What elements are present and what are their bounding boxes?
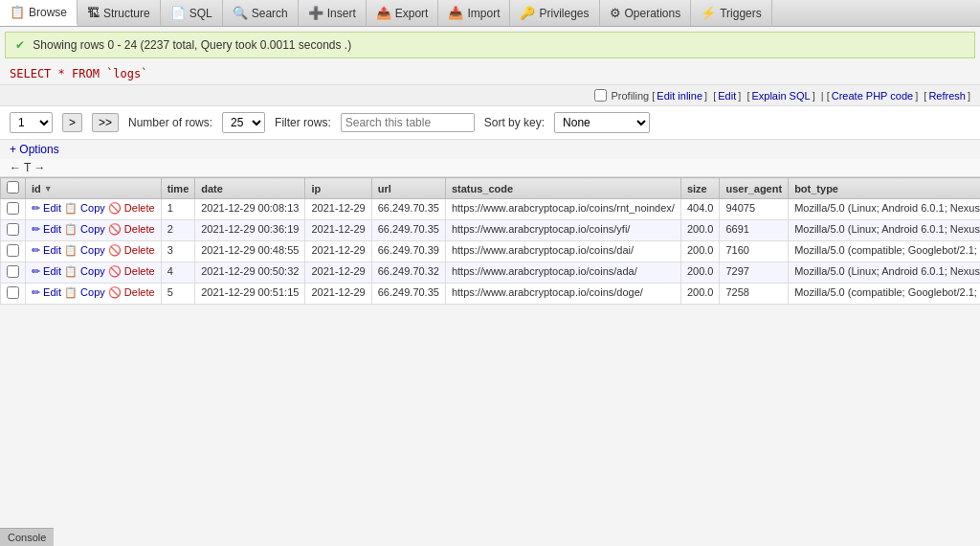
cell-status_code: 200.0 — [680, 241, 720, 262]
copy-button[interactable]: 📋 Copy — [64, 223, 105, 236]
page-forward-btn[interactable]: > — [62, 113, 82, 132]
nav-search[interactable]: 🔍 Search — [223, 0, 299, 26]
row-checkbox[interactable] — [7, 244, 19, 257]
sort-arrow-id: ▼ — [44, 184, 53, 193]
sort-select[interactable]: None — [554, 112, 650, 133]
profiling-checkbox[interactable] — [594, 89, 607, 102]
cell-date: 2021-12-29 — [305, 199, 371, 220]
header-id[interactable]: id▼ — [26, 178, 162, 199]
nav-import[interactable]: 📥 Import — [438, 0, 510, 26]
data-table: id▼ time date ip url status_code size us… — [0, 177, 980, 305]
profiling-bar: Profiling [Edit inline] [Edit] [Explain … — [0, 84, 980, 106]
edit-button[interactable]: ✏ Edit — [32, 244, 61, 257]
nav-triggers[interactable]: ⚡ Triggers — [691, 0, 772, 26]
search-icon: 🔍 — [233, 6, 248, 20]
page-select[interactable]: 1 — [10, 112, 53, 133]
edit-button[interactable]: ✏ Edit — [32, 265, 61, 278]
delete-button[interactable]: 🚫 Delete — [108, 202, 155, 215]
top-navigation: 📋 Browse 🏗 Structure 📄 SQL 🔍 Search ➕ In… — [0, 0, 980, 27]
cell-status_code: 200.0 — [680, 262, 720, 284]
edit-button[interactable]: ✏ Edit — [32, 223, 61, 236]
cell-time: 2021-12-29 00:08:13 — [195, 199, 305, 220]
copy-button[interactable]: 📋 Copy — [64, 244, 105, 257]
row-checkbox-cell — [1, 284, 26, 305]
refresh-link[interactable]: Refresh — [928, 90, 966, 102]
header-size[interactable]: size — [680, 178, 720, 199]
header-status-code[interactable]: status_code — [445, 178, 680, 199]
create-php-link[interactable]: Create PHP code — [832, 90, 913, 102]
delete-button[interactable]: 🚫 Delete — [108, 265, 155, 278]
row-checkbox[interactable] — [7, 223, 19, 236]
privileges-icon: 🔑 — [520, 6, 535, 20]
cell-size: 94075 — [720, 199, 789, 220]
row-checkbox-cell — [1, 220, 26, 241]
header-url[interactable]: url — [371, 178, 445, 199]
sql-icon: 📄 — [170, 6, 186, 20]
header-time[interactable]: time — [161, 178, 195, 199]
row-checkbox-cell — [1, 262, 26, 284]
row-actions: ✏ Edit 📋 Copy 🚫 Delete — [26, 284, 162, 305]
row-checkbox[interactable] — [7, 265, 19, 278]
delete-button[interactable]: 🚫 Delete — [108, 223, 155, 236]
cell-ip: 66.249.70.32 — [371, 262, 445, 284]
nav-insert[interactable]: ➕ Insert — [299, 0, 367, 26]
copy-button[interactable]: 📋 Copy — [64, 202, 105, 215]
delete-button[interactable]: 🚫 Delete — [108, 244, 155, 257]
table-header-row: id▼ time date ip url status_code size us… — [1, 178, 981, 199]
nav-operations[interactable]: ⚙ Operations — [600, 0, 692, 26]
page-fast-forward-btn[interactable]: >> — [92, 113, 119, 132]
copy-button[interactable]: 📋 Copy — [64, 286, 105, 299]
edit-link[interactable]: Edit — [718, 90, 736, 102]
row-checkbox-cell — [1, 241, 26, 262]
info-bar: ✔ Showing rows 0 - 24 (2237 total, Query… — [5, 32, 975, 58]
structure-icon: 🏗 — [87, 6, 100, 20]
header-date[interactable]: date — [195, 178, 305, 199]
header-bot-type[interactable]: bot_type — [789, 178, 980, 199]
operations-icon: ⚙ — [610, 6, 621, 20]
cell-user_agent: Mozilla/5.0 (Linux; Android 6.0.1; Nexus… — [789, 199, 980, 220]
nav-sql[interactable]: 📄 SQL — [161, 0, 223, 26]
row-checkbox[interactable] — [7, 202, 19, 215]
cell-status_code: 200.0 — [680, 284, 720, 305]
nav-structure[interactable]: 🏗 Structure — [78, 0, 161, 26]
row-actions: ✏ Edit 📋 Copy 🚫 Delete — [26, 220, 162, 241]
arrow-nav: ← T → — [0, 159, 980, 177]
copy-button[interactable]: 📋 Copy — [64, 265, 105, 278]
nav-privileges[interactable]: 🔑 Privileges — [510, 0, 599, 26]
options-toggle[interactable]: + Options — [0, 140, 980, 159]
cell-url: https://www.arabcryptocap.io/coins/dai/ — [445, 241, 680, 262]
nav-browse[interactable]: 📋 Browse — [0, 0, 78, 26]
row-actions: ✏ Edit 📋 Copy 🚫 Delete — [26, 241, 162, 262]
edit-inline-link[interactable]: Edit inline — [657, 90, 702, 102]
delete-button[interactable]: 🚫 Delete — [108, 286, 155, 299]
profiling-label[interactable]: Profiling — [594, 89, 649, 102]
cell-status_code: 404.0 — [680, 199, 720, 220]
cell-url: https://www.arabcryptocap.io/coins/yfi/ — [445, 220, 680, 241]
cell-user_agent: Mozilla/5.0 (compatible; Googlebot/2.1; … — [789, 284, 980, 305]
cell-ip: 66.249.70.35 — [371, 199, 445, 220]
sort-label: Sort by key: — [484, 116, 545, 129]
table-row: ✏ Edit 📋 Copy 🚫 Delete 12021-12-29 00:08… — [1, 199, 981, 220]
filter-input[interactable] — [341, 113, 475, 132]
explain-sql-link[interactable]: Explain SQL — [751, 90, 810, 102]
cell-time: 2021-12-29 00:48:55 — [195, 241, 305, 262]
header-user-agent[interactable]: user_agent — [720, 178, 789, 199]
rows-select[interactable]: 25 50 100 — [222, 112, 265, 133]
cell-date: 2021-12-29 — [305, 241, 371, 262]
cell-url: https://www.arabcryptocap.io/coins/rnt_n… — [445, 199, 680, 220]
export-icon: 📤 — [376, 6, 391, 20]
cell-time: 2021-12-29 00:51:15 — [195, 284, 305, 305]
edit-button[interactable]: ✏ Edit — [32, 202, 61, 215]
cell-id: 5 — [161, 284, 195, 305]
row-checkbox[interactable] — [7, 286, 19, 299]
edit-button[interactable]: ✏ Edit — [32, 286, 61, 299]
cell-size: 7160 — [720, 241, 789, 262]
sql-display: SELECT * FROM `logs` — [0, 63, 980, 84]
nav-export[interactable]: 📤 Export — [367, 0, 439, 26]
cell-id: 1 — [161, 199, 195, 220]
select-all-checkbox[interactable] — [7, 181, 19, 193]
header-ip[interactable]: ip — [305, 178, 371, 199]
cell-ip: 66.249.70.35 — [371, 220, 445, 241]
cell-id: 2 — [161, 220, 195, 241]
table-row: ✏ Edit 📋 Copy 🚫 Delete 32021-12-29 00:48… — [1, 241, 981, 262]
